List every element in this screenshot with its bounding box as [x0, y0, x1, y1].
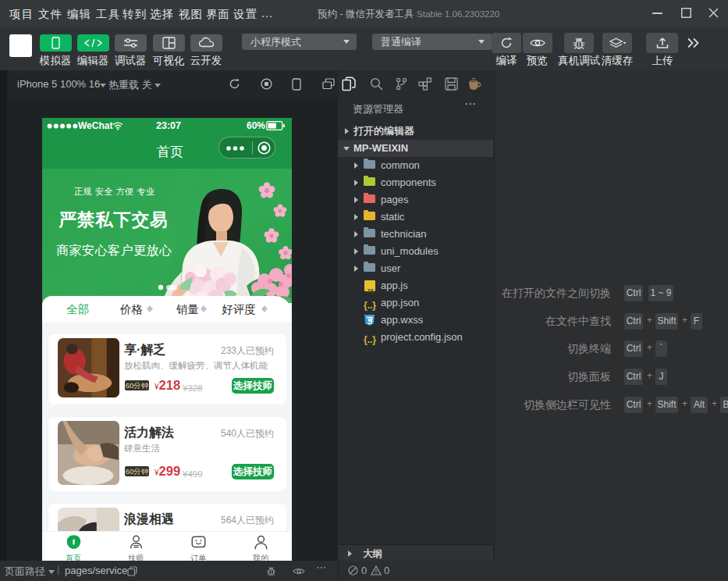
- svg-text:正规 安全 方便 专业: 正规 安全 方便 专业: [74, 187, 155, 196]
- svg-text:商家安心客户更放心: 商家安心客户更放心: [56, 244, 172, 257]
- svg-text:严禁私下交易: 严禁私下交易: [59, 210, 169, 230]
